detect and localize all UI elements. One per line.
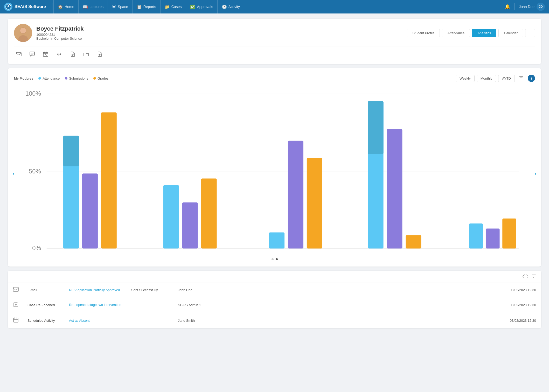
message-action-icon[interactable] xyxy=(27,50,37,59)
user-name: John Doe xyxy=(519,5,534,9)
notification-bell-icon[interactable]: 🔔 xyxy=(505,4,510,10)
svg-rect-22 xyxy=(182,202,198,249)
activity-nav-icon: 🕐 xyxy=(222,4,227,9)
chart-prev-button[interactable]: ‹ xyxy=(9,169,18,179)
nav-item-space[interactable]: 🏛Space xyxy=(108,0,133,13)
chart-dot-2[interactable] xyxy=(276,258,278,260)
svg-rect-26 xyxy=(288,141,303,249)
brand-logo xyxy=(4,3,12,11)
filter-icon[interactable] xyxy=(517,74,526,82)
nav-item-approvals[interactable]: ✅Approvals xyxy=(186,0,217,13)
email-status: Sent Successfully xyxy=(131,288,173,292)
home-nav-icon: 🏠 xyxy=(58,4,63,9)
nav-item-home[interactable]: 🏠Home xyxy=(53,0,79,13)
svg-rect-31 xyxy=(387,129,402,249)
svg-rect-23 xyxy=(201,179,217,249)
activity-filter-icon[interactable] xyxy=(531,274,536,279)
student-id: 1000004231 xyxy=(36,33,84,37)
nav-divider-right xyxy=(515,3,515,10)
info-icon[interactable]: i xyxy=(528,75,535,82)
attendance-dot xyxy=(38,77,41,80)
profile-tabs: Student ProfileAttendanceAnalyticsCalend… xyxy=(407,29,523,37)
space-nav-label: Space xyxy=(118,5,128,9)
lectures-nav-label: Lectures xyxy=(89,5,103,9)
svg-rect-17 xyxy=(63,136,79,166)
cases-nav-label: Cases xyxy=(171,5,182,9)
submissions-dot xyxy=(65,77,67,80)
profile-avatar xyxy=(14,24,32,42)
scheduled-activity-link[interactable]: Act as Absent xyxy=(69,319,126,323)
scheduled-type-label: Scheduled Activity xyxy=(27,319,64,323)
svg-rect-35 xyxy=(486,228,500,248)
activity-header xyxy=(8,271,541,283)
chart-dot-1[interactable] xyxy=(272,258,274,260)
submissions-label: Submissions xyxy=(69,76,88,80)
chart-pagination xyxy=(14,258,535,260)
svg-text:Total: Total xyxy=(107,253,120,254)
chart-controls: Weekly Monthly AYTD i xyxy=(456,74,535,82)
student-degree: Bachelor in Computer Science xyxy=(36,37,84,40)
chart-container: ‹ › 100% 50% 0% xyxy=(14,87,535,260)
lectures-nav-icon: 📖 xyxy=(83,4,88,9)
svg-text:+: + xyxy=(100,51,102,54)
case-date: 03/02/2023 12:30 xyxy=(510,303,536,307)
document-action-icon[interactable] xyxy=(68,50,77,59)
svg-rect-39 xyxy=(13,318,18,322)
case-user: SEAtS Admin 1 xyxy=(178,303,505,307)
user-avatar: JD xyxy=(537,3,545,11)
approvals-nav-icon: ✅ xyxy=(190,4,195,9)
svg-text:ENG100255: ENG100255 xyxy=(377,253,411,254)
case-activity-link[interactable]: Re - opened stage two intervention xyxy=(69,303,126,307)
navbar-right: 🔔 John Doe JD xyxy=(505,3,545,11)
chart-title: My Modules xyxy=(14,76,33,80)
nav-item-activity[interactable]: 🕐Activity xyxy=(218,0,244,13)
navbar: SEAtS Software 🏠Home📖Lectures🏛Space📋Repo… xyxy=(0,0,549,13)
tab-attendance[interactable]: Attendance xyxy=(442,29,470,37)
chart-svg-wrapper: 100% 50% 0% Total xyxy=(14,87,535,255)
grades-label: Grades xyxy=(98,76,109,80)
nav-items: 🏠Home📖Lectures🏛Space📋Reports📁Cases✅Appro… xyxy=(53,0,505,13)
tab-student-profile[interactable]: Student Profile xyxy=(407,29,440,37)
monthly-button[interactable]: Monthly xyxy=(477,75,496,82)
legend-submissions: Submissions xyxy=(65,76,88,80)
folder-action-icon[interactable] xyxy=(81,50,91,59)
nav-item-lectures[interactable]: 📖Lectures xyxy=(79,0,108,13)
activity-card: E-mail RE: Application Partially Approve… xyxy=(8,271,541,328)
aytd-button[interactable]: AYTD xyxy=(498,75,515,82)
nav-item-reports[interactable]: 📋Reports xyxy=(133,0,161,13)
scheduled-row-icon xyxy=(13,317,22,324)
chart-svg: 100% 50% 0% Total xyxy=(24,87,525,254)
reports-nav-label: Reports xyxy=(143,5,156,9)
email-user: John Doe xyxy=(178,288,505,292)
svg-rect-6 xyxy=(16,52,21,56)
analytics-card: My Modules Attendance Submissions Grades… xyxy=(8,68,541,267)
more-options-button[interactable]: ⋮ xyxy=(525,29,535,37)
svg-point-1 xyxy=(8,5,9,6)
brand[interactable]: SEAtS Software xyxy=(4,3,46,11)
weekly-button[interactable]: Weekly xyxy=(456,75,474,82)
cloud-icon[interactable] xyxy=(523,274,528,279)
scheduled-user: Jane Smith xyxy=(178,319,505,323)
email-action-icon[interactable] xyxy=(14,50,23,59)
chart-next-button[interactable]: › xyxy=(531,169,540,179)
profile-header: Boyce Fitzpatrick 1000004231 Bachelor in… xyxy=(14,24,535,42)
home-nav-label: Home xyxy=(65,5,74,9)
tab-analytics[interactable]: Analytics xyxy=(472,29,496,37)
nav-item-cases[interactable]: 📁Cases xyxy=(161,0,186,13)
space-nav-icon: 🏛 xyxy=(112,4,116,9)
svg-rect-21 xyxy=(163,185,179,248)
email-type-label: E-mail xyxy=(27,288,64,292)
case-type-label: Case Re - opened xyxy=(27,303,64,307)
email-activity-link[interactable]: RE: Application Partially Approved xyxy=(69,288,126,292)
transfer-action-icon[interactable] xyxy=(54,50,64,59)
svg-rect-32 xyxy=(406,235,421,248)
case-row: Case Re - opened Re - opened stage two i… xyxy=(8,297,541,313)
nav-divider xyxy=(52,3,52,10)
case-row-icon xyxy=(13,302,22,309)
tab-calendar[interactable]: Calendar xyxy=(498,29,523,37)
svg-text:100%: 100% xyxy=(25,90,41,97)
addfile-action-icon[interactable]: + xyxy=(95,50,104,59)
svg-point-5 xyxy=(20,28,26,33)
schedule-action-icon[interactable] xyxy=(41,50,50,59)
email-row-icon xyxy=(13,287,22,293)
